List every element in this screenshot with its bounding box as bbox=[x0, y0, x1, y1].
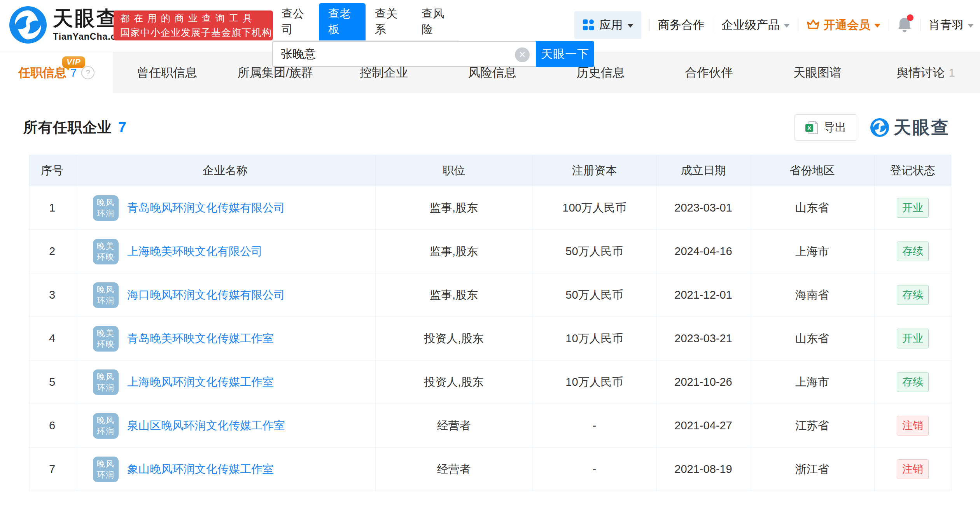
promo-banner: 都在用的商业查询工具 国家中小企业发展子基金旗下机构 bbox=[114, 10, 273, 40]
tianyancha-logo[interactable]: 天眼查 TianYanCha.com bbox=[9, 6, 130, 44]
cell-status: 存续 bbox=[875, 230, 951, 273]
open-vip-link[interactable]: 开通会员 bbox=[807, 17, 880, 33]
nav-tab-label: 合作伙伴 bbox=[685, 65, 733, 81]
table-header-row: 序号 企业名称 职位 注册资本 成立日期 省份地区 登记状态 bbox=[30, 155, 951, 186]
nav-tab[interactable]: 合作伙伴 bbox=[655, 52, 763, 93]
column-header: 注册资本 bbox=[532, 155, 657, 186]
nav-tab[interactable]: 曾任职信息 bbox=[113, 52, 221, 93]
cell-position: 监事,股东 bbox=[376, 186, 532, 230]
nav-tab-count: 7 bbox=[70, 66, 77, 79]
company-logo-line1: 晚美 bbox=[97, 241, 115, 252]
nav-tab[interactable]: VIP 任职信息 7 ? bbox=[0, 52, 113, 93]
company-name-link[interactable]: 象山晚风环润文化传媒工作室 bbox=[127, 462, 274, 477]
nav-tab[interactable]: 历史信息 bbox=[546, 52, 655, 93]
table-row: 5 晚风 环润 上海晚风环润文化传媒工作室 投资人,股东 10万人民币 2021… bbox=[30, 360, 951, 404]
nav-tab[interactable]: 风险信息 bbox=[438, 52, 546, 93]
positions-table: 序号 企业名称 职位 注册资本 成立日期 省份地区 登记状态 1 晚风 环润 青… bbox=[29, 155, 951, 491]
company-logo-badge[interactable]: 晚美 环映 bbox=[93, 239, 119, 264]
cell-region: 上海市 bbox=[750, 360, 875, 404]
username-label: 肖青羽 bbox=[929, 17, 964, 33]
nav-tab[interactable]: 天眼图谱 bbox=[763, 52, 872, 93]
cell-date: 2021-08-19 bbox=[657, 448, 750, 491]
search-tab[interactable]: 查风险 bbox=[412, 3, 459, 40]
table-row: 7 晚风 环润 象山晚风环润文化传媒工作室 经营者 - 2021-08-19 浙… bbox=[30, 448, 951, 491]
company-name-link[interactable]: 海口晚风环润文化传媒有限公司 bbox=[127, 287, 285, 303]
cell-company: 晚风 环润 海口晚风环润文化传媒有限公司 bbox=[75, 273, 376, 317]
cell-index: 3 bbox=[30, 273, 75, 317]
nav-tab[interactable]: 控制企业 bbox=[330, 52, 438, 93]
search-tab[interactable]: 查公司 bbox=[272, 3, 319, 40]
vip-badge: VIP bbox=[62, 56, 85, 68]
company-name-link[interactable]: 上海晚风环润文化传媒工作室 bbox=[127, 374, 274, 390]
company-name-link[interactable]: 青岛晚风环润文化传媒有限公司 bbox=[127, 200, 285, 216]
search-tab-label: 查风险 bbox=[422, 7, 444, 35]
column-header: 序号 bbox=[30, 155, 75, 186]
company-name-link[interactable]: 泉山区晚风环润文化传媒工作室 bbox=[127, 418, 285, 434]
company-logo-line2: 环润 bbox=[97, 426, 115, 437]
cell-capital: 50万人民币 bbox=[532, 273, 657, 317]
user-account-menu[interactable]: 肖青羽 bbox=[929, 17, 974, 33]
nav-tab-label: 曾任职信息 bbox=[137, 65, 197, 81]
company-logo-line2: 环映 bbox=[97, 339, 115, 350]
company-logo-badge[interactable]: 晚美 环映 bbox=[93, 326, 119, 352]
table-row: 6 晚风 环润 泉山区晚风环润文化传媒工作室 经营者 - 2021-04-27 … bbox=[30, 404, 951, 448]
cell-date: 2021-12-01 bbox=[657, 273, 750, 317]
cell-company: 晚风 环润 象山晚风环润文化传媒工作室 bbox=[75, 448, 376, 491]
cell-company: 晚风 环润 青岛晚风环润文化传媒有限公司 bbox=[75, 186, 376, 230]
company-logo-badge[interactable]: 晚风 环润 bbox=[93, 369, 119, 395]
company-logo-line1: 晚风 bbox=[97, 197, 115, 208]
status-badge: 注销 bbox=[897, 459, 929, 479]
company-logo-badge[interactable]: 晚风 环润 bbox=[93, 413, 119, 439]
company-name-link[interactable]: 青岛晚美环映文化传媒工作室 bbox=[127, 331, 274, 346]
cell-index: 6 bbox=[30, 404, 75, 448]
cell-index: 4 bbox=[30, 317, 75, 360]
cell-capital: - bbox=[532, 404, 657, 448]
detail-nav-tabs: VIP 任职信息 7 ? 曾任职信息 所属集团/族群 控制企业 风险信息 历史信… bbox=[0, 52, 980, 93]
cell-status: 存续 bbox=[875, 360, 951, 404]
apps-label: 应用 bbox=[599, 17, 623, 33]
menu-divider bbox=[798, 18, 798, 32]
nav-tab[interactable]: 所属集团/族群 bbox=[221, 52, 330, 93]
cell-region: 海南省 bbox=[750, 273, 875, 317]
export-button[interactable]: X 导出 bbox=[794, 114, 857, 141]
table-row: 3 晚风 环润 海口晚风环润文化传媒有限公司 监事,股东 50万人民币 2021… bbox=[30, 273, 951, 317]
cell-status: 开业 bbox=[875, 317, 951, 360]
cell-company: 晚美 环映 上海晚美环映文化有限公司 bbox=[75, 230, 376, 273]
cell-capital: 50万人民币 bbox=[532, 230, 657, 273]
tianyancha-watermark: 天眼查 bbox=[870, 116, 950, 139]
nav-tab-count: 1 bbox=[949, 66, 955, 79]
cell-region: 山东省 bbox=[750, 186, 875, 230]
nav-tab-label: 天眼图谱 bbox=[793, 65, 842, 81]
enterprise-product-label: 企业级产品 bbox=[721, 17, 780, 33]
search-tab[interactable]: 查老板 bbox=[319, 3, 366, 40]
company-logo-badge[interactable]: 晚风 环润 bbox=[93, 282, 119, 308]
nav-tab-label: 所属集团/族群 bbox=[238, 65, 313, 81]
header-menu: 应用 商务合作 企业级产品 开通会员 bbox=[574, 10, 974, 40]
status-badge: 存续 bbox=[897, 285, 929, 304]
search-tab[interactable]: 查关系 bbox=[366, 3, 412, 40]
cell-index: 5 bbox=[30, 360, 75, 404]
chevron-down-icon bbox=[874, 24, 880, 28]
company-logo-line2: 环映 bbox=[97, 252, 115, 262]
enterprise-product-link[interactable]: 企业级产品 bbox=[721, 17, 790, 33]
cell-capital: - bbox=[532, 448, 657, 491]
search-tab-label: 查公司 bbox=[282, 7, 304, 35]
status-badge: 开业 bbox=[897, 198, 929, 217]
company-logo-badge[interactable]: 晚风 环润 bbox=[93, 457, 119, 482]
column-header: 职位 bbox=[376, 155, 532, 186]
top-header: 天眼查 TianYanCha.com 都在用的商业查询工具 国家中小企业发展子基… bbox=[0, 0, 980, 52]
promo-banner-line1: 都在用的商业查询工具 bbox=[120, 12, 266, 24]
company-logo-badge[interactable]: 晚风 环润 bbox=[93, 195, 119, 221]
menu-divider bbox=[713, 18, 713, 32]
export-label: 导出 bbox=[824, 120, 846, 135]
apps-menu-button[interactable]: 应用 bbox=[574, 11, 641, 39]
cell-position: 投资人,股东 bbox=[376, 360, 532, 404]
svg-text:X: X bbox=[807, 124, 811, 131]
business-cooperation-link[interactable]: 商务合作 bbox=[658, 17, 705, 33]
help-icon[interactable]: ? bbox=[81, 66, 94, 79]
nav-tab[interactable]: 舆情讨论 1 bbox=[872, 52, 980, 93]
notification-bell-button[interactable] bbox=[897, 17, 912, 33]
company-name-link[interactable]: 上海晚美环映文化有限公司 bbox=[127, 244, 262, 259]
table-row: 1 晚风 环润 青岛晚风环润文化传媒有限公司 监事,股东 100万人民币 202… bbox=[30, 186, 951, 230]
cell-date: 2024-04-16 bbox=[657, 230, 750, 273]
